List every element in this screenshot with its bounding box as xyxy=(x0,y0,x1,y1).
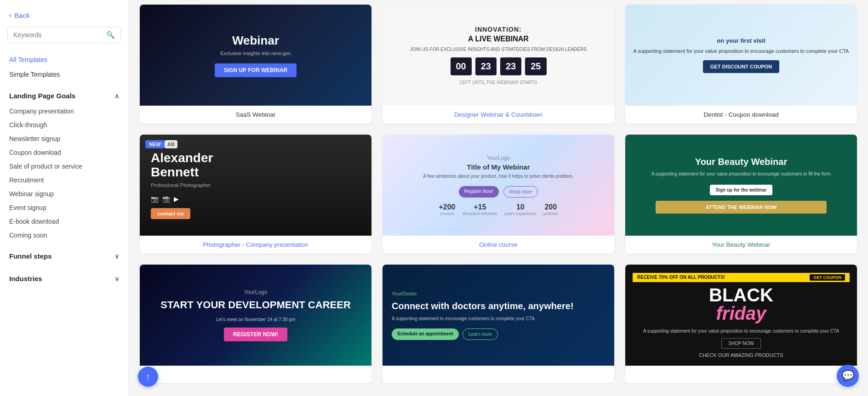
thumb-photographer-cta: contact me xyxy=(151,208,190,219)
template-thumb-dev-career: YourLogo START YOUR DEVELOPMENT CAREER L… xyxy=(140,265,371,366)
thumb-photographer-name: AlexanderBennett xyxy=(151,151,213,180)
thumb-countdown-label: LEFT UNTIL THE WEBINAR STARTS xyxy=(460,80,537,85)
sidebar-item-sale-product-service[interactable]: Sale of product or service xyxy=(0,159,128,173)
count-23b: 23 xyxy=(500,57,521,76)
countdown-container: 00 23 23 25 xyxy=(451,57,547,76)
template-thumb-designer-webinar: INNOVATION: A LIVE WEBINAR JOIN US FOR E… xyxy=(383,5,614,106)
count-25: 25 xyxy=(525,57,546,76)
thumb-dentist-desc: A supporting statement for your value pr… xyxy=(634,48,849,55)
sidebar-item-recruitment[interactable]: Recruitment xyxy=(0,173,128,187)
chat-button[interactable]: 💬 xyxy=(837,365,859,387)
new-badge: NEW xyxy=(145,140,165,148)
thumb-doctor-buttons: Schedule an appointment Learn more xyxy=(392,328,498,340)
thumb-dev-date: Let's meet on November 14 at 7.30 pm xyxy=(216,317,296,322)
template-card-photographer[interactable]: NEW AB AlexanderBennett Professional Pho… xyxy=(140,135,371,254)
chevron-down-icon: ∨ xyxy=(114,253,119,260)
template-card-dev-career[interactable]: YourLogo START YOUR DEVELOPMENT CAREER L… xyxy=(140,265,371,383)
count-00: 00 xyxy=(451,57,472,76)
thumb-doctor-desc: A supporting statement to encourage cust… xyxy=(392,316,535,322)
template-label-dentist-coupon: Dentist - Coupon download xyxy=(625,106,857,124)
search-box: 🔍 xyxy=(7,27,121,43)
landing-page-goals-section: Landing Page Goals ∧ Company presentatio… xyxy=(0,87,128,242)
template-thumb-saas-webinar: Webinar Exclusive insights into next-gen… xyxy=(140,5,371,106)
thumb-course-buttons: Register Now! Read more xyxy=(459,186,538,198)
chevron-up-icon: ∧ xyxy=(114,92,119,100)
thumb-dentist-cta: GET DISCOUNT COUPON xyxy=(703,60,779,73)
back-label: Back xyxy=(14,11,29,19)
template-card-designer-webinar[interactable]: INNOVATION: A LIVE WEBINAR JOIN US FOR E… xyxy=(383,5,614,124)
template-card-black-friday[interactable]: RECEIVE 70% OFF ON ALL PRODUCTS! GET COU… xyxy=(625,265,857,383)
thumb-webinar-title: Webinar xyxy=(232,34,279,48)
sidebar-item-coupon-download[interactable]: Coupon download xyxy=(0,146,128,159)
templates-grid: Webinar Exclusive insights into next-gen… xyxy=(140,0,857,383)
sidebar-item-simple-templates[interactable]: Simple Templates xyxy=(0,67,128,82)
thumb-designer-live: A LIVE WEBINAR xyxy=(468,35,529,43)
thumb-designer-innovation: INNOVATION: xyxy=(475,26,521,33)
thumb-beauty-signup: Sign up for the webinar xyxy=(710,185,772,195)
template-thumb-beauty-webinar: Your Beauty Webinar A supporting stateme… xyxy=(625,135,857,236)
template-label-online-course: Online course xyxy=(383,236,614,254)
sidebar-item-event-signup[interactable]: Event signup xyxy=(0,201,128,215)
search-icon[interactable]: 🔍 xyxy=(106,31,115,39)
template-card-beauty-webinar[interactable]: Your Beauty Webinar A supporting stateme… xyxy=(625,135,857,254)
thumb-course-desc: A few sentences about your product, how … xyxy=(423,174,573,179)
template-label-photographer: Photographer - Company presentation xyxy=(140,236,371,254)
industries-header[interactable]: Industries ∨ xyxy=(0,270,128,287)
thumb-dentist-headline: on your first visit xyxy=(717,37,765,44)
count-23: 23 xyxy=(475,57,497,76)
funnel-steps-section: Funnel steps ∨ xyxy=(0,248,128,265)
template-thumb-black-friday: RECEIVE 70% OFF ON ALL PRODUCTS! GET COU… xyxy=(625,265,857,366)
thumb-bf-bottom: CHECK OUR AMAZING PRODUCTS xyxy=(699,352,783,358)
sidebar-item-coming-soon[interactable]: Coming soon xyxy=(0,228,128,242)
sidebar-item-all-templates[interactable]: All Templates xyxy=(0,52,128,67)
template-card-online-course[interactable]: YourLogo Title of My Webinar A few sente… xyxy=(383,135,614,254)
sidebar-item-ebook-download[interactable]: E-book download xyxy=(0,215,128,228)
chevron-left-icon: ‹ xyxy=(9,11,11,19)
scroll-up-icon: ↑ xyxy=(146,372,150,382)
sidebar-item-newsletter-signup[interactable]: Newsletter signup xyxy=(0,132,128,146)
template-thumb-photographer: NEW AB AlexanderBennett Professional Pho… xyxy=(140,135,371,236)
template-label-black-friday xyxy=(625,366,857,383)
thumb-course-stats: +200courses +15thousand followers 10year… xyxy=(439,203,558,216)
thumb-dev-title: START YOUR DEVELOPMENT CAREER xyxy=(160,299,351,311)
template-thumb-online-course: YourLogo Title of My Webinar A few sente… xyxy=(383,135,614,236)
thumb-doctor-title: Connect with doctors anytime, anywhere! xyxy=(392,300,574,312)
template-label-beauty-webinar: Your Beauty Webinar xyxy=(625,236,857,254)
template-label-designer-webinar: Designer Webinar & Countdown xyxy=(383,106,614,124)
landing-page-goals-header[interactable]: Landing Page Goals ∧ xyxy=(0,87,128,104)
main-content: Webinar Exclusive insights into next-gen… xyxy=(129,0,868,396)
thumb-beauty-title: Your Beauty Webinar xyxy=(695,157,787,167)
thumb-dev-cta: REGISTER NOW! xyxy=(224,328,287,341)
back-button[interactable]: ‹ Back xyxy=(0,7,128,27)
thumb-doctor-logo: YourDoctor xyxy=(392,291,417,296)
funnel-steps-header[interactable]: Funnel steps ∨ xyxy=(0,248,128,265)
template-card-dentist-coupon[interactable]: on your first visit A supporting stateme… xyxy=(625,5,857,124)
thumb-designer-desc: JOIN US FOR EXCLUSIVE INSIGHTS AND STRAT… xyxy=(410,47,587,52)
ab-badge: AB xyxy=(165,140,177,148)
template-card-doctor[interactable]: YourDoctor Connect with doctors anytime,… xyxy=(383,265,614,383)
thumb-bf-shop: SHOP NOW xyxy=(721,338,760,349)
scroll-up-button[interactable]: ↑ xyxy=(138,367,158,387)
sidebar-item-click-through[interactable]: Click-through xyxy=(0,118,128,132)
thumb-course-title: Title of My Webinar xyxy=(467,163,530,171)
sidebar-item-company-presentation[interactable]: Company presentation xyxy=(0,104,128,118)
thumb-bf-title: BLACK friday xyxy=(709,286,773,322)
template-label-dev-career xyxy=(140,366,371,383)
chevron-down-icon-industries: ∨ xyxy=(114,275,119,283)
sidebar-item-webinar-signup[interactable]: Webinar signup xyxy=(0,187,128,201)
thumb-photographer-title: Professional Photographer xyxy=(151,182,211,188)
thumb-beauty-desc: A supporting statement for your value pr… xyxy=(651,171,831,177)
template-thumb-doctor: YourDoctor Connect with doctors anytime,… xyxy=(383,265,614,366)
industries-section: Industries ∨ xyxy=(0,270,128,287)
template-card-saas-webinar[interactable]: Webinar Exclusive insights into next-gen… xyxy=(140,5,371,124)
thumb-beauty-cta: ATTEND THE WEBINAR NOW xyxy=(656,201,826,214)
search-input[interactable] xyxy=(13,31,103,39)
thumb-webinar-cta: SIGN UP FOR WEBINAR xyxy=(215,63,297,77)
thumb-dev-logo: YourLogo xyxy=(244,289,268,295)
thumb-photographer-social: 📷 📸 ▶ xyxy=(151,195,179,203)
thumb-bf-desc: A supporting statement for your value pr… xyxy=(643,328,839,334)
template-label-saas-webinar: SaaS Webinar xyxy=(140,106,371,124)
thumb-webinar-subtitle: Exclusive insights into next-gen xyxy=(220,51,291,56)
thumb-course-logo: YourLogo xyxy=(487,155,510,161)
template-label-doctor xyxy=(383,366,614,383)
